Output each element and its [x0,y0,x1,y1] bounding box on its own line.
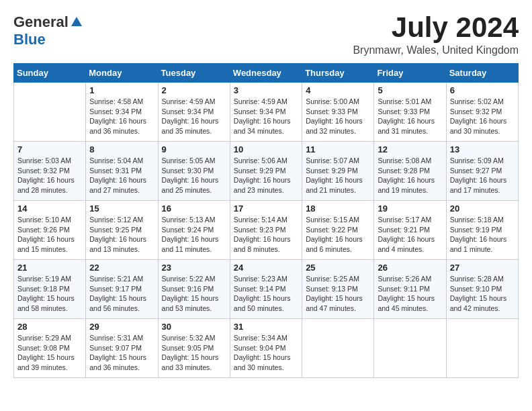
calendar-cell: 7Sunrise: 5:03 AMSunset: 9:32 PMDaylight… [14,142,86,201]
day-info: Sunrise: 4:59 AMSunset: 9:34 PMDaylight:… [162,97,226,136]
day-number: 18 [306,203,370,214]
day-info: Sunrise: 5:29 AMSunset: 9:08 PMDaylight:… [17,333,82,373]
calendar-cell [302,319,374,378]
logo-general-text: General [13,13,69,31]
calendar-cell: 1Sunrise: 4:58 AMSunset: 9:34 PMDaylight… [86,83,158,142]
calendar-cell: 31Sunrise: 5:34 AMSunset: 9:04 PMDayligh… [230,319,302,378]
day-number: 22 [89,263,154,273]
day-info: Sunrise: 5:03 AMSunset: 9:32 PMDaylight:… [17,156,82,195]
day-number: 23 [162,263,226,273]
day-info: Sunrise: 5:08 AMSunset: 9:28 PMDaylight:… [378,156,442,195]
calendar-cell: 29Sunrise: 5:31 AMSunset: 9:07 PMDayligh… [86,319,158,378]
day-number: 28 [17,322,82,332]
day-header-wednesday: Wednesday [230,64,302,83]
day-info: Sunrise: 5:02 AMSunset: 9:32 PMDaylight:… [450,97,515,136]
calendar-table: SundayMondayTuesdayWednesdayThursdayFrid… [13,63,519,378]
calendar-cell: 24Sunrise: 5:23 AMSunset: 9:14 PMDayligh… [230,260,302,319]
calendar-week-row: 14Sunrise: 5:10 AMSunset: 9:26 PMDayligh… [14,201,519,260]
day-info: Sunrise: 5:13 AMSunset: 9:24 PMDaylight:… [162,215,226,255]
day-info: Sunrise: 5:19 AMSunset: 9:18 PMDaylight:… [17,274,82,314]
calendar-cell: 19Sunrise: 5:17 AMSunset: 9:21 PMDayligh… [374,201,446,260]
calendar-cell: 20Sunrise: 5:18 AMSunset: 9:19 PMDayligh… [446,201,518,260]
day-number: 12 [378,144,442,154]
day-info: Sunrise: 5:15 AMSunset: 9:22 PMDaylight:… [306,215,370,255]
day-info: Sunrise: 5:09 AMSunset: 9:27 PMDaylight:… [450,156,515,195]
calendar-cell: 12Sunrise: 5:08 AMSunset: 9:28 PMDayligh… [374,142,446,201]
day-number: 8 [89,144,154,154]
title-area: July 2024 Brynmawr, Wales, United Kingdo… [353,13,519,56]
day-number: 31 [234,322,298,332]
calendar-cell: 14Sunrise: 5:10 AMSunset: 9:26 PMDayligh… [14,201,86,260]
calendar-cell: 17Sunrise: 5:14 AMSunset: 9:23 PMDayligh… [230,201,302,260]
calendar-week-row: 1Sunrise: 4:58 AMSunset: 9:34 PMDaylight… [14,83,519,142]
day-header-sunday: Sunday [14,64,86,83]
day-number: 3 [234,85,298,95]
day-number: 5 [378,85,442,95]
calendar-cell: 6Sunrise: 5:02 AMSunset: 9:32 PMDaylight… [446,83,518,142]
day-info: Sunrise: 5:25 AMSunset: 9:13 PMDaylight:… [306,274,370,314]
calendar-cell: 13Sunrise: 5:09 AMSunset: 9:27 PMDayligh… [446,142,518,201]
day-info: Sunrise: 4:58 AMSunset: 9:34 PMDaylight:… [89,97,154,136]
calendar-cell: 28Sunrise: 5:29 AMSunset: 9:08 PMDayligh… [14,319,86,378]
day-info: Sunrise: 5:26 AMSunset: 9:11 PMDaylight:… [378,274,442,314]
calendar-cell: 25Sunrise: 5:25 AMSunset: 9:13 PMDayligh… [302,260,374,319]
day-number: 11 [306,144,370,154]
day-info: Sunrise: 5:18 AMSunset: 9:19 PMDaylight:… [450,215,515,255]
logo-blue-text: Blue [13,31,46,48]
day-number: 24 [234,263,298,273]
calendar-cell: 9Sunrise: 5:05 AMSunset: 9:30 PMDaylight… [158,142,230,201]
day-info: Sunrise: 5:32 AMSunset: 9:05 PMDaylight:… [162,333,226,373]
day-info: Sunrise: 5:10 AMSunset: 9:26 PMDaylight:… [17,215,82,255]
day-header-monday: Monday [86,64,158,83]
calendar-header-row: SundayMondayTuesdayWednesdayThursdayFrid… [14,64,519,83]
calendar-cell: 8Sunrise: 5:04 AMSunset: 9:31 PMDaylight… [86,142,158,201]
month-year-title: July 2024 [353,13,519,42]
day-info: Sunrise: 5:28 AMSunset: 9:10 PMDaylight:… [450,274,515,314]
day-number: 9 [162,144,226,154]
logo-icon [70,15,83,29]
calendar-cell: 22Sunrise: 5:21 AMSunset: 9:17 PMDayligh… [86,260,158,319]
day-number: 20 [450,203,515,214]
day-number: 15 [89,203,154,214]
day-info: Sunrise: 5:22 AMSunset: 9:16 PMDaylight:… [162,274,226,314]
day-info: Sunrise: 4:59 AMSunset: 9:34 PMDaylight:… [234,97,298,136]
day-number: 6 [450,85,515,95]
day-info: Sunrise: 5:04 AMSunset: 9:31 PMDaylight:… [89,156,154,195]
calendar-week-row: 21Sunrise: 5:19 AMSunset: 9:18 PMDayligh… [14,260,519,319]
day-info: Sunrise: 5:07 AMSunset: 9:29 PMDaylight:… [306,156,370,195]
day-number: 25 [306,263,370,273]
day-number: 29 [89,322,154,332]
calendar-cell [374,319,446,378]
day-number: 4 [306,85,370,95]
calendar-cell: 10Sunrise: 5:06 AMSunset: 9:29 PMDayligh… [230,142,302,201]
calendar-cell [446,319,518,378]
calendar-cell: 2Sunrise: 4:59 AMSunset: 9:34 PMDaylight… [158,83,230,142]
day-info: Sunrise: 5:05 AMSunset: 9:30 PMDaylight:… [162,156,226,195]
logo: General Blue [13,13,83,48]
calendar-cell: 27Sunrise: 5:28 AMSunset: 9:10 PMDayligh… [446,260,518,319]
day-info: Sunrise: 5:34 AMSunset: 9:04 PMDaylight:… [234,333,298,373]
day-header-thursday: Thursday [302,64,374,83]
day-info: Sunrise: 5:31 AMSunset: 9:07 PMDaylight:… [89,333,154,373]
day-header-tuesday: Tuesday [158,64,230,83]
day-number: 26 [378,263,442,273]
calendar-cell: 5Sunrise: 5:01 AMSunset: 9:33 PMDaylight… [374,83,446,142]
day-number: 16 [162,203,226,214]
day-info: Sunrise: 5:01 AMSunset: 9:33 PMDaylight:… [378,97,442,136]
page-header: General Blue July 2024 Brynmawr, Wales, … [13,13,519,56]
location-subtitle: Brynmawr, Wales, United Kingdom [353,44,519,56]
calendar-cell: 23Sunrise: 5:22 AMSunset: 9:16 PMDayligh… [158,260,230,319]
day-info: Sunrise: 5:17 AMSunset: 9:21 PMDaylight:… [378,215,442,255]
day-number: 1 [89,85,154,95]
calendar-week-row: 7Sunrise: 5:03 AMSunset: 9:32 PMDaylight… [14,142,519,201]
calendar-cell: 3Sunrise: 4:59 AMSunset: 9:34 PMDaylight… [230,83,302,142]
calendar-cell: 30Sunrise: 5:32 AMSunset: 9:05 PMDayligh… [158,319,230,378]
calendar-cell [14,83,86,142]
calendar-week-row: 28Sunrise: 5:29 AMSunset: 9:08 PMDayligh… [14,319,519,378]
day-header-friday: Friday [374,64,446,83]
calendar-cell: 15Sunrise: 5:12 AMSunset: 9:25 PMDayligh… [86,201,158,260]
day-number: 14 [17,203,82,214]
day-info: Sunrise: 5:14 AMSunset: 9:23 PMDaylight:… [234,215,298,255]
day-info: Sunrise: 5:12 AMSunset: 9:25 PMDaylight:… [89,215,154,255]
day-number: 21 [17,263,82,273]
